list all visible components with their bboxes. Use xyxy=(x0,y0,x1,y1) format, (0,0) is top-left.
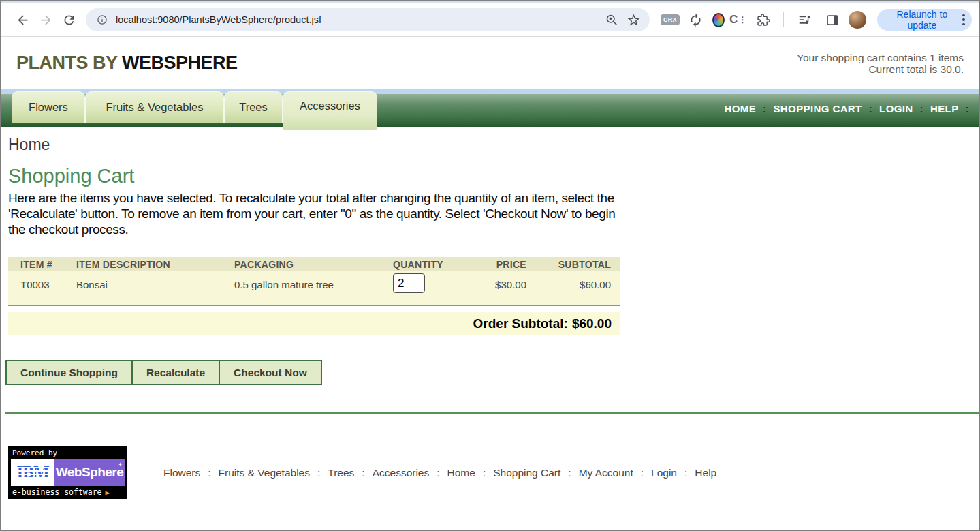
cell-price: $30.00 xyxy=(475,275,536,290)
reload-icon xyxy=(62,13,76,27)
cart-table-header-row: ITEM # ITEM DESCRIPTION PACKAGING QUANTI… xyxy=(8,257,620,271)
cell-item-description: Bonsai xyxy=(76,275,234,290)
websphere-logo-mark: WebSphere ✦ xyxy=(54,459,125,486)
footer-link-trees[interactable]: Trees xyxy=(328,467,354,479)
address-bar[interactable]: localhost:9080/PlantsByWebSphere/product… xyxy=(86,8,650,31)
footer-link-shopping-cart[interactable]: Shopping Cart xyxy=(493,467,560,479)
footer-link-help[interactable]: Help xyxy=(695,467,716,479)
col-header-quantity: QUANTITY xyxy=(386,259,475,270)
cell-subtotal: $60.00 xyxy=(536,275,620,290)
continue-shopping-button[interactable]: Continue Shopping xyxy=(5,360,133,385)
tab-fruits-vegetables[interactable]: Fruits & Vegetables xyxy=(85,91,224,123)
browser-window: localhost:9080/PlantsByWebSphere/product… xyxy=(0,0,980,531)
col-header-packaging: PACKAGING xyxy=(234,259,386,270)
site-logo[interactable]: PLANTS BY WEBSPHERE xyxy=(16,52,238,74)
col-header-price: PRICE xyxy=(475,259,536,270)
tab-accessories[interactable]: Accessories xyxy=(283,91,377,130)
cart-actions: Continue Shopping Recalculate Checkout N… xyxy=(7,360,979,385)
cell-packaging: 0.5 gallon mature tree xyxy=(234,275,386,290)
footer-link-fruits-vegetables[interactable]: Fruits & Vegetables xyxy=(219,467,310,479)
back-button[interactable] xyxy=(11,8,34,31)
ibm-websphere-logo: Powered by IBM WebSphere ✦ e-bu xyxy=(8,446,127,499)
category-tabs: Flowers Fruits & Vegetables Trees Access… xyxy=(12,91,377,130)
forward-arrow-icon xyxy=(39,13,53,27)
breadcrumb[interactable]: Home xyxy=(8,136,979,154)
cart-table-row: T0003 Bonsai 0.5 gallon mature tree $30.… xyxy=(8,271,620,305)
footer-link-login[interactable]: Login xyxy=(651,467,677,479)
sync-extension-icon[interactable] xyxy=(684,8,708,31)
extensions-puzzle-icon[interactable] xyxy=(751,8,774,31)
navbar-links: HOME : SHOPPING CART : LOGIN : HELP : xyxy=(724,89,969,127)
ebusiness-tagline: e-business software ▶ xyxy=(11,487,125,497)
back-arrow-icon xyxy=(16,13,30,27)
extensions-row: CRX C⋮ Relaunch to update xyxy=(661,8,972,31)
cell-item-number: T0003 xyxy=(8,275,76,290)
tab-flowers[interactable]: Flowers xyxy=(12,91,85,123)
tagline-arrow-icon: ▶ xyxy=(106,489,110,496)
forward-button[interactable] xyxy=(34,8,57,31)
quantity-input[interactable] xyxy=(393,273,425,293)
toolbar-separator xyxy=(783,12,784,27)
order-subtotal-value: $60.00 xyxy=(572,316,612,331)
bookmark-star-icon[interactable] xyxy=(624,10,643,29)
footer-link-flowers[interactable]: Flowers xyxy=(163,467,200,479)
browser-toolbar: localhost:9080/PlantsByWebSphere/product… xyxy=(1,3,979,37)
checkout-now-button[interactable]: Checkout Now xyxy=(219,360,322,385)
main-content: Home Shopping Cart Here are the items yo… xyxy=(1,136,979,499)
cart-summary: Your shopping cart contains 1 items Curr… xyxy=(797,52,964,75)
cart-summary-items: Your shopping cart contains 1 items xyxy=(797,52,964,63)
url-text[interactable]: localhost:9080/PlantsByWebSphere/product… xyxy=(116,14,602,25)
cart-description: Here are the items you have selected. To… xyxy=(8,190,621,237)
profile-avatar[interactable] xyxy=(849,11,866,29)
nav-link-shopping-cart[interactable]: SHOPPING CART xyxy=(773,103,862,115)
nav-link-help[interactable]: HELP xyxy=(930,103,959,115)
powered-by-label: Powered by xyxy=(11,449,125,457)
relaunch-to-update-button[interactable]: Relaunch to update xyxy=(877,9,972,31)
ibm-logo-mark: IBM xyxy=(11,459,54,486)
browser-menu-icon[interactable] xyxy=(962,14,965,26)
cart-summary-total: Current total is 30.0. xyxy=(797,63,964,75)
footer-link-my-account[interactable]: My Account xyxy=(579,467,633,479)
zoom-page-icon[interactable] xyxy=(602,10,621,29)
footer-link-accessories[interactable]: Accessories xyxy=(373,467,430,479)
site-info-icon[interactable] xyxy=(94,12,110,28)
media-controls-icon[interactable] xyxy=(793,8,816,31)
nav-link-login[interactable]: LOGIN xyxy=(879,103,913,115)
reload-button[interactable] xyxy=(57,8,80,31)
footer-divider xyxy=(5,412,979,414)
order-subtotal-band: Order Subtotal: $60.00 xyxy=(8,312,620,335)
nav-link-home[interactable]: HOME xyxy=(724,103,756,115)
recalculate-button[interactable]: Recalculate xyxy=(131,360,220,385)
page-footer: Powered by IBM WebSphere ✦ e-bu xyxy=(8,446,979,499)
col-header-item: ITEM # xyxy=(8,259,76,270)
main-navbar: Flowers Fruits & Vegetables Trees Access… xyxy=(1,89,979,127)
c-extension-icon[interactable]: C⋮ xyxy=(729,13,746,27)
pinwheel-extension-icon[interactable] xyxy=(712,13,725,27)
col-header-subtotal: SUBTOTAL xyxy=(536,259,620,270)
cart-table: ITEM # ITEM DESCRIPTION PACKAGING QUANTI… xyxy=(8,257,620,306)
order-subtotal-label: Order Subtotal: xyxy=(473,316,568,331)
footer-link-home[interactable]: Home xyxy=(447,467,475,479)
crx-extension-icon[interactable]: CRX xyxy=(661,14,680,25)
tab-trees[interactable]: Trees xyxy=(224,91,283,123)
footer-links: Flowers : Fruits & Vegetables : Trees : … xyxy=(163,467,716,479)
site-header: PLANTS BY WEBSPHERE Your shopping cart c… xyxy=(1,37,979,89)
side-panel-icon[interactable] xyxy=(821,8,844,31)
col-header-description: ITEM DESCRIPTION xyxy=(76,259,234,270)
page-title: Shopping Cart xyxy=(8,165,979,187)
